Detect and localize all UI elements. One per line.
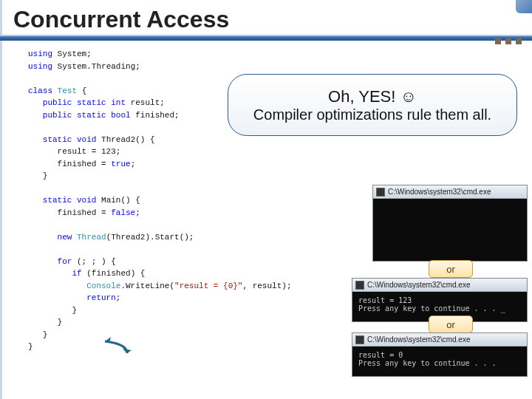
decorative-dots xyxy=(495,38,522,44)
console-body-empty xyxy=(373,199,527,261)
top-right-accent xyxy=(516,0,532,13)
slide-root: Concurrent Access using System; using Sy… xyxy=(0,0,532,399)
console-output-3: result = 0 Press any key to continue . .… xyxy=(352,347,527,376)
title-rule xyxy=(0,35,532,42)
cmd-icon xyxy=(355,281,364,290)
or-label-1: or xyxy=(429,260,473,278)
console-titlebar: C:\Windows\system32\cmd.exe xyxy=(373,185,527,199)
console-title: C:\Windows\system32\cmd.exe xyxy=(367,281,471,289)
console-title: C:\Windows\system32\cmd.exe xyxy=(367,335,471,344)
console-titlebar: C:\Windows\system32\cmd.exe xyxy=(352,333,527,347)
console-titlebar: C:\Windows\system32\cmd.exe xyxy=(352,279,527,292)
callout-bubble: Oh, YES! ☺ Compiler optimizations rule t… xyxy=(228,74,517,136)
callout-line1: Oh, YES! ☺ xyxy=(328,87,417,106)
console-window-1: C:\Windows\system32\cmd.exe xyxy=(372,185,528,262)
console-window-3: C:\Windows\system32\cmd.exe result = 0 P… xyxy=(352,332,528,377)
callout-line2: Compiler optimizations rule them all. xyxy=(253,106,491,123)
cmd-icon xyxy=(376,188,385,197)
kw-using: using xyxy=(28,50,52,58)
or-label-2: or xyxy=(429,316,473,333)
cmd-icon xyxy=(355,335,364,344)
page-title: Concurrent Access xyxy=(0,0,532,35)
console-title: C:\Windows\system32\cmd.exe xyxy=(388,188,491,196)
